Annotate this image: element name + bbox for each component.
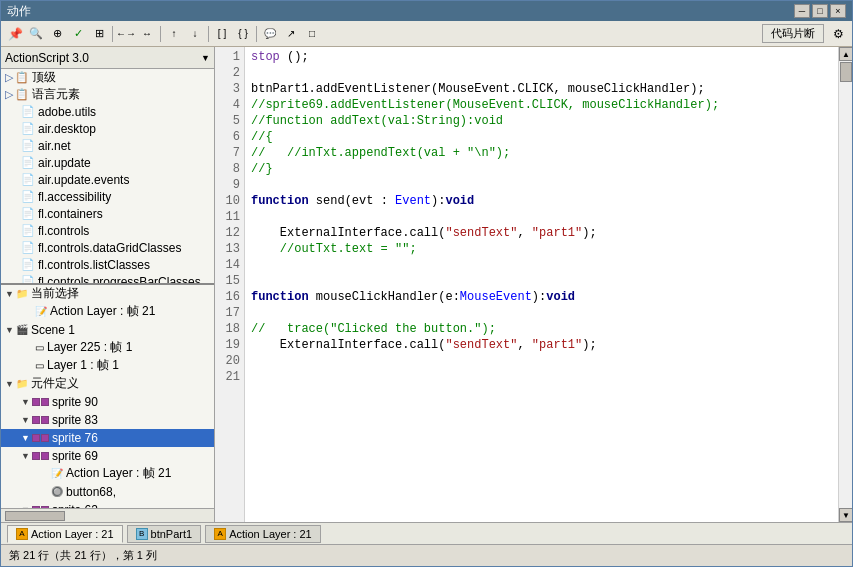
scene-panel: ▼📁当前选择📝Action Layer : 帧 21▼🎬Scene 1▭Laye… [1,285,214,523]
line-number: 17 [215,305,244,321]
scene-item[interactable]: ▼sprite 69 [1,447,214,465]
code-line [251,257,832,273]
line-number: 16 [215,289,244,305]
line-numbers: 123456789101112131415161718192021 [215,47,245,522]
as-version-label: ActionScript 3.0 [5,51,89,65]
code-line: // //inTxt.appendText(val + "\n"); [251,145,832,161]
scroll-up-btn[interactable]: ▲ [839,47,852,61]
library-item[interactable]: ▷📋语言元素 [1,86,214,103]
main-content: ActionScript 3.0 ▼ ▷📋顶级▷📋语言元素📄adobe.util… [1,47,852,522]
toolbar-format-btn[interactable]: ←→ [116,24,136,44]
line-number: 9 [215,177,244,193]
btn-icon: B [136,528,148,540]
code-line [251,305,832,321]
line-number: 10 [215,193,244,209]
code-snippets-btn[interactable]: 代码片断 [762,24,824,43]
library-item[interactable]: 📄fl.controls [1,222,214,239]
toolbar-sep2 [160,26,161,42]
tab-label: btnPart1 [151,528,193,540]
library-item[interactable]: 📄air.net [1,137,214,154]
scroll-down-btn[interactable]: ▼ [839,508,852,522]
toolbar-box-btn[interactable]: □ [302,24,322,44]
code-line [251,209,832,225]
scene-item[interactable]: ▼sprite 62 [1,501,214,509]
toolbar-down-btn[interactable]: ↓ [185,24,205,44]
line-number: 6 [215,129,244,145]
toolbar-settings-btn[interactable]: ⚙ [828,24,848,44]
scene-item[interactable]: 🔘button68, [1,483,214,501]
toolbar-brace-btn[interactable]: { } [233,24,253,44]
library-item[interactable]: 📄fl.controls.dataGridClasses [1,239,214,256]
scene-item[interactable]: ▼📁元件定义 [1,375,214,393]
code-line: function send(evt : Event):void [251,193,832,209]
as-version-dropdown[interactable]: ActionScript 3.0 ▼ [1,47,214,69]
library-item[interactable]: 📄air.update [1,154,214,171]
toolbar: 📌 🔍 ⊕ ✓ ⊞ ←→ ↔ ↑ ↓ [ ] { } 💬 ↗ □ 代码片断 ⚙ [1,21,852,47]
restore-button[interactable]: □ [812,4,828,18]
library-item[interactable]: 📄adobe.utils [1,103,214,120]
toolbar-debug-btn[interactable]: ⊞ [89,24,109,44]
library-item[interactable]: 📄fl.accessibility [1,188,214,205]
library-item[interactable]: 📄fl.containers [1,205,214,222]
scene-item[interactable]: ▭Layer 1 : 帧 1 [1,357,214,375]
toolbar-uncomment-btn[interactable]: ↗ [281,24,301,44]
code-line [251,353,832,369]
code-line: function mouseClickHandler(e:MouseEvent)… [251,289,832,305]
scene-item[interactable]: ▼sprite 90 [1,393,214,411]
toolbar-check-btn[interactable]: ✓ [68,24,88,44]
code-line: stop (); [251,49,832,65]
library-item[interactable]: 📄air.desktop [1,120,214,137]
code-line: //outTxt.text = ""; [251,241,832,257]
minimize-button[interactable]: ─ [794,4,810,18]
code-content[interactable]: stop ();btnPart1.addEventListener(MouseE… [245,47,838,522]
scene-item[interactable]: ▼📁当前选择 [1,285,214,303]
left-panel: ActionScript 3.0 ▼ ▷📋顶级▷📋语言元素📄adobe.util… [1,47,215,522]
code-line [251,177,832,193]
toolbar-search-btn[interactable]: 🔍 [26,24,46,44]
tab-label: Action Layer : 21 [31,528,114,540]
scene-item[interactable]: 📝Action Layer : 帧 21 [1,465,214,483]
scene-item[interactable]: ▭Layer 225 : 帧 1 [1,339,214,357]
code-line: ExternalInterface.call("sendText", "part… [251,337,832,353]
toolbar-up-btn[interactable]: ↑ [164,24,184,44]
status-tab[interactable]: AAction Layer : 21 [205,525,321,543]
scene-item[interactable]: ▼sprite 83 [1,411,214,429]
line-number: 3 [215,81,244,97]
status-tabs-bar: AAction Layer : 21BbtnPart1AAction Layer… [1,522,852,544]
toolbar-right: 代码片断 ⚙ [762,24,848,44]
library-tree-items: ▷📋顶级▷📋语言元素📄adobe.utils📄air.desktop📄air.n… [1,69,214,283]
status-tab[interactable]: BbtnPart1 [127,525,202,543]
status-tab[interactable]: AAction Layer : 21 [7,525,123,543]
code-line: ExternalInterface.call("sendText", "part… [251,225,832,241]
scene-item[interactable]: 📝Action Layer : 帧 21 [1,303,214,321]
title-bar-controls: ─ □ × [794,4,846,18]
close-button[interactable]: × [830,4,846,18]
line-number: 2 [215,65,244,81]
line-number: 14 [215,257,244,273]
status-text: 第 21 行（共 21 行），第 1 列 [9,548,157,563]
scene-scroll-h[interactable] [1,508,214,522]
scroll-thumb-h[interactable] [5,511,65,521]
scroll-thumb-v[interactable] [840,62,852,82]
scene-item[interactable]: ▼sprite 76 [1,429,214,447]
action-icon: A [214,528,226,540]
library-item[interactable]: 📄fl.controls.progressBarClasses [1,273,214,283]
code-line: //sprite69.addEventListener(MouseEvent.C… [251,97,832,113]
scene-item[interactable]: ▼🎬Scene 1 [1,321,214,339]
line-number: 13 [215,241,244,257]
line-number: 11 [215,209,244,225]
library-tree: ▷📋顶级▷📋语言元素📄adobe.utils📄air.desktop📄air.n… [1,69,214,283]
code-scrollbar-v[interactable]: ▲ ▼ [838,47,852,522]
toolbar-add-btn[interactable]: ⊕ [47,24,67,44]
toolbar-bracket-btn[interactable]: [ ] [212,24,232,44]
library-item[interactable]: 📄air.update.events [1,171,214,188]
toolbar-comment-btn[interactable]: 💬 [260,24,280,44]
title-bar: 动作 ─ □ × [1,1,852,21]
code-line: //function addText(val:String):void [251,113,832,129]
scene-tree-items: ▼📁当前选择📝Action Layer : 帧 21▼🎬Scene 1▭Laye… [1,285,214,509]
scroll-track-v [839,83,852,508]
toolbar-pin-btn[interactable]: 📌 [5,24,25,44]
library-item[interactable]: 📄fl.controls.listClasses [1,256,214,273]
library-item[interactable]: ▷📋顶级 [1,69,214,86]
toolbar-expand-btn[interactable]: ↔ [137,24,157,44]
